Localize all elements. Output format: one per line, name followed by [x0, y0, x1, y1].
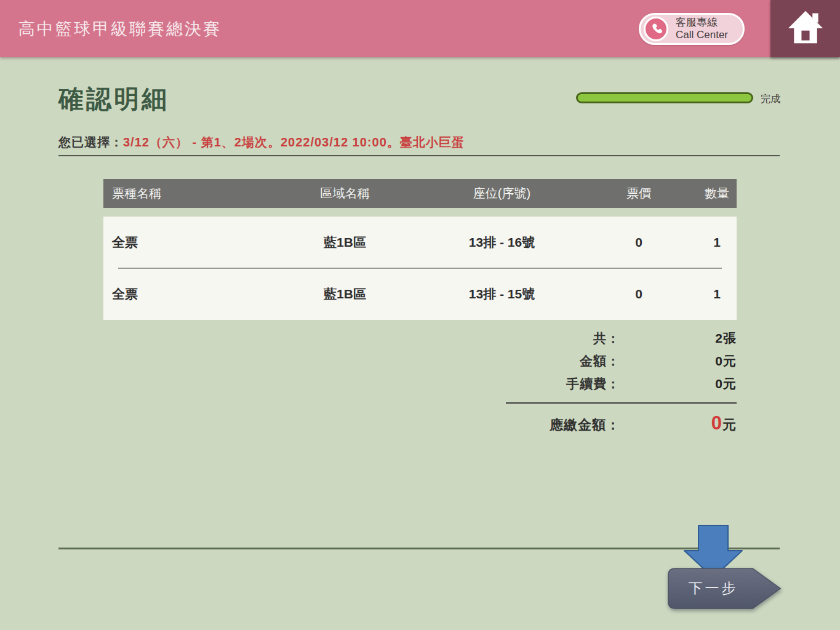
- summary-label: 金額：: [580, 353, 620, 370]
- total-due-label: 應繳金額：: [550, 416, 620, 434]
- selection-prefix: 您已選擇：: [58, 135, 123, 149]
- row-divider: [118, 268, 722, 269]
- top-divider: [58, 155, 780, 156]
- summary-value: 0元: [620, 353, 737, 370]
- total-due-number: 0: [711, 412, 722, 434]
- summary-count-row: 共： 2張: [490, 330, 737, 353]
- selection-detail: 3/12（六） - 第1、2場次。2022/03/12 10:00。臺北小巨蛋: [123, 135, 465, 149]
- cell-seat-number: 13排 - 15號: [423, 285, 580, 303]
- summary-value: 0元: [620, 375, 737, 393]
- summary-fee-row: 手續費： 0元: [490, 375, 737, 398]
- table-header: 票種名稱 區域名稱 座位(序號) 票價 數量: [103, 179, 737, 208]
- col-quantity: 數量: [697, 185, 737, 202]
- table-body: 全票 藍1B區 13排 - 16號 0 1 全票 藍1B區 13排 - 15號 …: [103, 217, 737, 320]
- page-title: 確認明細: [58, 82, 169, 116]
- cell-ticket-type: 全票: [103, 234, 266, 251]
- top-bar: 高中籃球甲級聯賽總決賽 客服專線 Call Center: [0, 0, 840, 57]
- summary-label: 手續費：: [566, 375, 620, 393]
- summary-divider: [506, 402, 737, 404]
- progress-track: [576, 92, 753, 103]
- home-icon: [786, 9, 825, 49]
- cell-price: 0: [580, 287, 697, 301]
- table-row: 全票 藍1B區 13排 - 16號 0 1: [103, 217, 737, 268]
- phone-icon: [644, 17, 668, 41]
- col-price: 票價: [580, 185, 697, 202]
- call-center-label: 客服專線 Call Center: [676, 17, 728, 41]
- total-due-value: 0元: [620, 412, 737, 434]
- cell-quantity: 1: [697, 287, 737, 301]
- totals-summary: 共： 2張 金額： 0元 手續費： 0元 應繳金額： 0元: [490, 330, 737, 434]
- bottom-divider: [58, 548, 780, 549]
- col-seat-number: 座位(序號): [423, 185, 580, 202]
- progress-fill: [578, 94, 751, 102]
- cell-ticket-type: 全票: [103, 285, 266, 303]
- col-ticket-type: 票種名稱: [103, 185, 266, 202]
- selection-summary: 您已選擇：3/12（六） - 第1、2場次。2022/03/12 10:00。臺…: [58, 134, 465, 151]
- next-step-label: 下一步: [667, 568, 759, 609]
- progress-label: 完成: [761, 93, 780, 106]
- summary-amount-row: 金額： 0元: [490, 353, 737, 375]
- summary-value: 2張: [620, 330, 737, 347]
- cell-quantity: 1: [697, 235, 737, 250]
- kiosk-screen: 高中籃球甲級聯賽總決賽 客服專線 Call Center: [0, 0, 840, 630]
- cell-seat-number: 13排 - 16號: [423, 234, 580, 251]
- next-step-button[interactable]: 下一步: [667, 568, 782, 609]
- app-title: 高中籃球甲級聯賽總決賽: [18, 18, 222, 40]
- col-area-name: 區域名稱: [266, 185, 423, 202]
- total-due-row: 應繳金額： 0元: [490, 412, 737, 434]
- cell-price: 0: [580, 235, 697, 250]
- call-center-button[interactable]: 客服專線 Call Center: [639, 13, 745, 45]
- total-due-unit: 元: [722, 417, 737, 433]
- table-row: 全票 藍1B區 13排 - 15號 0 1: [103, 268, 737, 320]
- summary-label: 共：: [593, 330, 620, 347]
- progress-bar: 完成: [576, 92, 780, 105]
- cell-area-name: 藍1B區: [266, 285, 423, 303]
- home-button[interactable]: [770, 0, 840, 57]
- cell-area-name: 藍1B區: [266, 234, 423, 251]
